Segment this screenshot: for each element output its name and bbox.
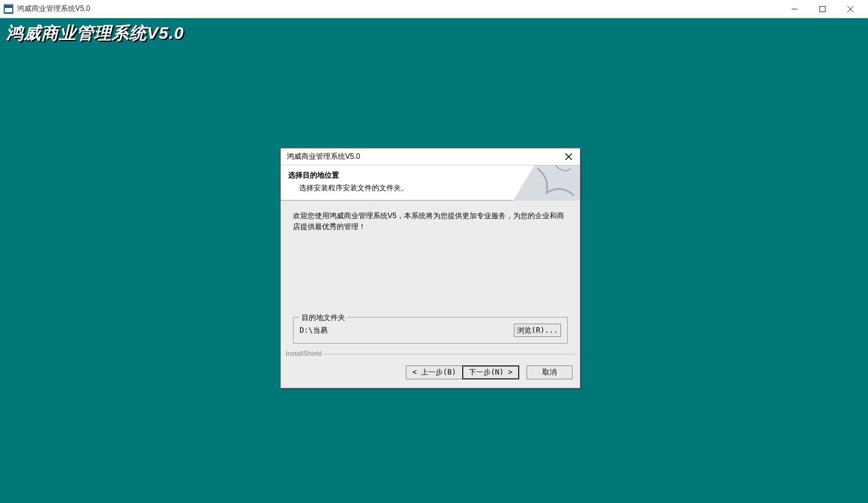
installer-close-button[interactable] [560,150,576,164]
browse-button[interactable]: 浏览(R)... [514,324,561,337]
installer-body: 欢迎您使用鸿威商业管理系统V5，本系统将为您提供更加专业服务，为您的企业和商店提… [281,201,580,348]
installer-header: 选择目的地位置 选择安装程序安装文件的文件夹。 [281,165,580,201]
minimize-button[interactable] [781,0,809,18]
installer-footer: < 上一步(B) 下一步(N) > 取消 [281,359,580,388]
installshield-label: InstallShield [281,348,580,359]
main-window-titlebar: 鸿威商业管理系统V5.0 [0,0,868,18]
header-graphic-icon [513,165,580,201]
destination-legend: 目的地文件夹 [299,313,348,323]
next-button[interactable]: 下一步(N) > [462,365,519,379]
window-controls [781,0,864,18]
app-icon [4,4,13,14]
main-window-title: 鸿威商业管理系统V5.0 [17,4,90,14]
installer-titlebar: 鸿威商业管理系统V5.0 [281,148,580,165]
installer-dialog: 鸿威商业管理系统V5.0 选择目的地位置 选择安装程序安装文件的文件夹。 欢迎您… [280,148,580,388]
cancel-button[interactable]: 取消 [527,365,573,379]
destination-path: D:\当易 [300,325,514,336]
brand-title: 鸿威商业管理系统V5.0 [6,22,184,45]
back-button[interactable]: < 上一步(B) [406,365,463,379]
installer-title: 鸿威商业管理系统V5.0 [287,152,560,162]
desktop-area: 鸿威商业管理系统V5.0 鸿威商业管理系统V5.0 选择目的地位置 选择安装程序… [0,18,868,503]
destination-group: 目的地文件夹 D:\当易 浏览(R)... [293,317,568,344]
svg-rect-2 [5,6,12,8]
svg-rect-4 [820,6,826,12]
maximize-button[interactable] [809,0,836,18]
welcome-text: 欢迎您使用鸿威商业管理系统V5，本系统将为您提供更加专业服务，为您的企业和商店提… [293,210,568,232]
close-button[interactable] [836,0,864,18]
